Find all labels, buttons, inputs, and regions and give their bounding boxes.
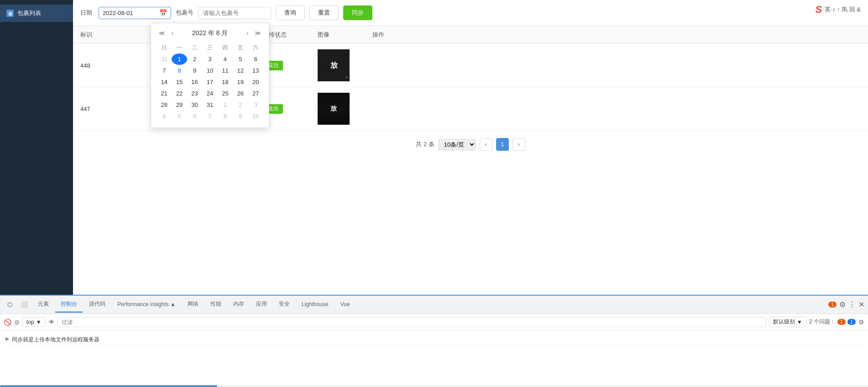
calendar-day[interactable]: 7 — [157, 65, 172, 76]
calendar-day[interactable]: 2 — [187, 53, 202, 65]
col-header-status: 上传状态 — [263, 31, 318, 39]
calendar-day[interactable]: 10 — [248, 111, 263, 122]
calendar-day[interactable]: 8 — [172, 65, 187, 76]
calendar-day[interactable]: 10 — [202, 65, 217, 76]
tab-application[interactable]: 应用 — [251, 297, 272, 313]
tab-sources[interactable]: 源代码 — [84, 297, 111, 313]
calendar-day[interactable]: 18 — [218, 76, 233, 88]
level-select[interactable]: 默认级别 ▼ — [769, 317, 806, 327]
devtools-console: ▶ 同步就是上传本地文件到远程服务器 — [0, 330, 868, 385]
calendar-day[interactable]: 7 — [202, 111, 217, 122]
calendar-day[interactable]: 23 — [187, 88, 202, 99]
calendar-day[interactable]: 24 — [202, 88, 217, 99]
calendar-day[interactable]: 13 — [248, 65, 263, 76]
tab-security[interactable]: 安全 — [273, 297, 295, 313]
devtools-tab-bar: ⬡ ⬜ 元素 控制台 源代码 Performance insights ▲ 网络… — [0, 296, 868, 314]
calendar-day[interactable]: 31 — [202, 99, 217, 111]
calendar-day[interactable]: 9 — [233, 111, 248, 122]
tab-memory[interactable]: 内存 — [228, 297, 250, 313]
more-icon[interactable]: ⋮ — [848, 300, 856, 309]
sidebar-item-label: 包裹列表 — [17, 9, 41, 17]
calendar-day[interactable]: 31 — [157, 53, 172, 65]
row1-thumb: 放 X — [318, 49, 372, 81]
calendar-day[interactable]: 3 — [202, 53, 217, 65]
toolbar: 日期 📅 包裹号 查询 重置 同步 S 英·♪ ↑ 馬 回 & — [73, 0, 868, 26]
filter-input[interactable] — [58, 317, 767, 327]
query-button[interactable]: 查询 — [276, 5, 305, 20]
pkg-input[interactable] — [198, 7, 271, 19]
issues-label: 2 个问题： — [809, 318, 836, 326]
console-expand-arrow: ▶ — [5, 336, 9, 342]
date-label: 日期 — [80, 9, 92, 17]
tab-performance-insights[interactable]: Performance insights ▲ — [112, 297, 181, 312]
cal-next-year[interactable]: ≫ — [252, 29, 263, 37]
cal-next-month[interactable]: › — [244, 29, 251, 37]
eye-icon[interactable]: 👁 — [48, 318, 55, 326]
calendar-nav: ≪ ‹ 2022 年 8 月 › ≫ — [157, 29, 263, 37]
calendar-day[interactable]: 6 — [248, 53, 263, 65]
calendar-day[interactable]: 22 — [172, 88, 187, 99]
tab-console[interactable]: 控制台 — [55, 297, 83, 313]
calendar-day[interactable]: 8 — [218, 111, 233, 122]
close-icon[interactable]: ✕ — [858, 300, 864, 309]
calendar-day[interactable]: 5 — [233, 53, 248, 65]
weekday-fri: 五 — [233, 42, 248, 53]
page-next-button[interactable]: › — [512, 138, 525, 151]
tab-vue[interactable]: Vue — [335, 297, 356, 312]
logo-s: S — [816, 4, 822, 16]
calendar-day[interactable]: 17 — [202, 76, 217, 88]
calendar-day[interactable]: 27 — [248, 88, 263, 99]
calendar-grid: 日 一 二 三 四 五 六 31123456789101112131415161… — [157, 42, 263, 122]
calendar-day[interactable]: 16 — [187, 76, 202, 88]
cal-prev-year[interactable]: ≪ — [157, 29, 167, 37]
page-size-select[interactable]: 10条/页 20条/页 50条/页 — [438, 139, 476, 150]
sidebar-item-packages[interactable]: ▦ 包裹列表 — [0, 5, 73, 22]
calendar-day[interactable]: 4 — [218, 53, 233, 65]
devtools-cursor-icon[interactable]: ⬡ — [4, 298, 16, 311]
calendar-day[interactable]: 14 — [157, 76, 172, 88]
gear-icon[interactable]: ⚙ — [839, 300, 846, 309]
tab-performance[interactable]: 性能 — [205, 297, 227, 313]
tab-network[interactable]: 网络 — [182, 297, 204, 313]
calendar-day[interactable]: 28 — [157, 99, 172, 111]
calendar-day[interactable]: 5 — [172, 111, 187, 122]
weekday-sun: 日 — [157, 42, 172, 53]
calendar-day[interactable]: 1 — [172, 53, 187, 65]
top-label: top — [26, 319, 34, 325]
calendar-day[interactable]: 9 — [187, 65, 202, 76]
tab-lighthouse[interactable]: Lighthouse — [296, 297, 334, 312]
calendar-day[interactable]: 1 — [218, 99, 233, 111]
sync-button[interactable]: 同步 — [343, 5, 372, 20]
row1-status: 成功 — [263, 61, 318, 70]
calendar-day[interactable]: 15 — [172, 76, 187, 88]
weekday-mon: 一 — [172, 42, 187, 53]
cal-prev-month[interactable]: ‹ — [169, 29, 176, 37]
calendar-day[interactable]: 3 — [248, 99, 263, 111]
calendar-day[interactable]: 4 — [157, 111, 172, 122]
calendar-day[interactable]: 19 — [233, 76, 248, 88]
console-settings-icon[interactable]: ⚙ — [858, 318, 864, 326]
page-1-button[interactable]: 1 — [496, 138, 509, 151]
clear-icon[interactable]: 🚫 — [4, 318, 11, 326]
calendar-day[interactable]: 21 — [157, 88, 172, 99]
cal-prev-arrows: ≪ ‹ — [157, 29, 176, 37]
calendar-day[interactable]: 2 — [233, 99, 248, 111]
issues-count: 2 个问题： 1 1 — [809, 318, 856, 326]
calendar-day[interactable]: 12 — [233, 65, 248, 76]
calendar-day[interactable]: 11 — [218, 65, 233, 76]
console-line-1[interactable]: ▶ 同步就是上传本地文件到远程服务器 — [5, 334, 863, 346]
calendar-day[interactable]: 30 — [187, 99, 202, 111]
calendar-day[interactable]: 29 — [172, 99, 187, 111]
date-input[interactable] — [103, 7, 157, 19]
calendar-day[interactable]: 6 — [187, 111, 202, 122]
page-prev-button[interactable]: ‹ — [480, 138, 492, 151]
date-input-wrapper[interactable]: 📅 — [99, 7, 171, 19]
reset-button[interactable]: 重置 — [309, 5, 339, 20]
top-context-select[interactable]: top ▼ — [22, 318, 46, 327]
calendar-day[interactable]: 20 — [248, 76, 263, 88]
block-icon[interactable]: ⊘ — [14, 318, 20, 326]
tab-elements[interactable]: 元素 — [32, 297, 54, 313]
calendar-day[interactable]: 26 — [233, 88, 248, 99]
calendar-day[interactable]: 25 — [218, 88, 233, 99]
devtools-mobile-icon[interactable]: ⬜ — [17, 298, 31, 311]
